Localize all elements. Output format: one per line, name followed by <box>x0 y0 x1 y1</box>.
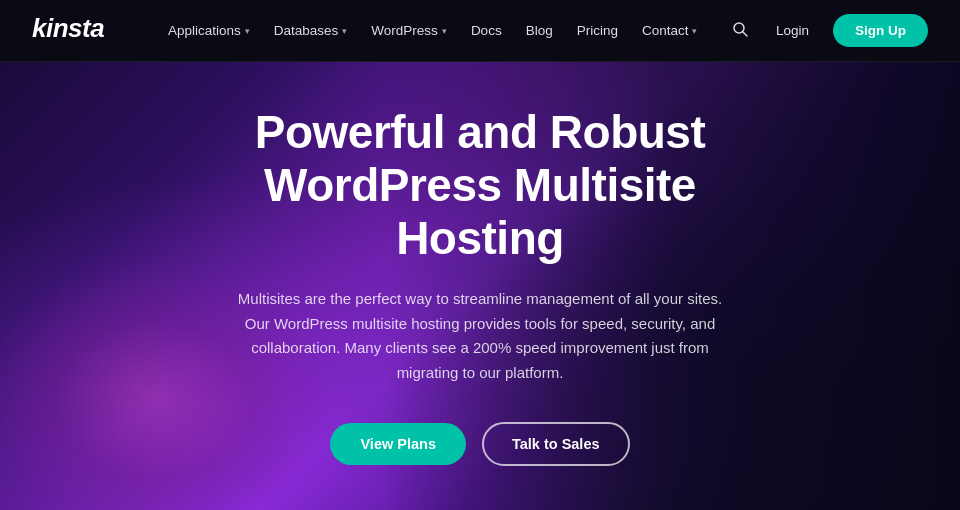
hero-subtitle: Multisites are the perfect way to stream… <box>230 287 730 386</box>
nav-docs[interactable]: Docs <box>461 17 512 44</box>
svg-text:kinsta: kinsta <box>32 13 104 43</box>
chevron-down-icon: ▾ <box>442 26 447 36</box>
nav-blog[interactable]: Blog <box>516 17 563 44</box>
navbar: kinsta Applications ▾ Databases ▾ WordPr… <box>0 0 960 62</box>
nav-wordpress[interactable]: WordPress ▾ <box>361 17 457 44</box>
site-logo[interactable]: kinsta <box>32 13 122 49</box>
nav-contact[interactable]: Contact ▾ <box>632 17 708 44</box>
hero-content: Powerful and Robust WordPress Multisite … <box>170 106 790 466</box>
nav-actions: Login Sign Up <box>728 14 928 47</box>
hero-section: Powerful and Robust WordPress Multisite … <box>0 62 960 510</box>
svg-line-2 <box>743 32 747 36</box>
hero-title: Powerful and Robust WordPress Multisite … <box>190 106 770 265</box>
nav-databases[interactable]: Databases ▾ <box>264 17 358 44</box>
nav-applications[interactable]: Applications ▾ <box>158 17 260 44</box>
signup-button[interactable]: Sign Up <box>833 14 928 47</box>
chevron-down-icon: ▾ <box>245 26 250 36</box>
talk-to-sales-button[interactable]: Talk to Sales <box>482 422 630 466</box>
nav-pricing[interactable]: Pricing <box>567 17 628 44</box>
hero-cta-group: View Plans Talk to Sales <box>190 422 770 466</box>
search-icon[interactable] <box>728 17 752 45</box>
view-plans-button[interactable]: View Plans <box>330 423 466 465</box>
chevron-down-icon: ▾ <box>692 26 697 36</box>
nav-links: Applications ▾ Databases ▾ WordPress ▾ D… <box>158 17 728 44</box>
chevron-down-icon: ▾ <box>342 26 347 36</box>
login-button[interactable]: Login <box>768 17 817 44</box>
